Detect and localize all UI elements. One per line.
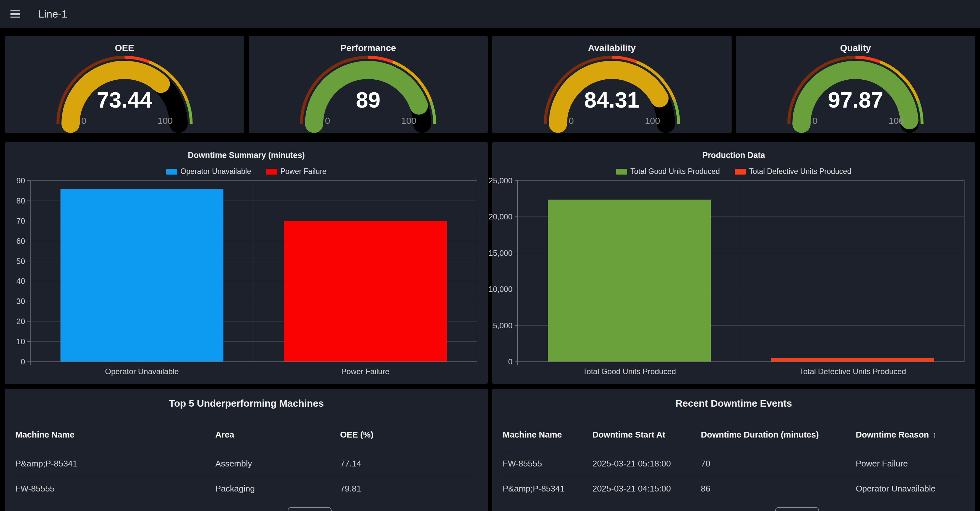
legend-item[interactable]: Power Failure [266,167,326,176]
y-axis-tick-label: 60 [16,236,25,246]
table-header-row: Machine NameAreaOEE (%) [15,430,477,451]
gauge: 73.44 0 100 [53,54,196,135]
dashboard-grid: OEE 73.44 0 100 Performance 89 0 100 Ava… [0,28,980,511]
panel-title: Quality [736,43,975,53]
y-axis-tick-label: 70 [16,216,25,225]
column-header-label: Downtime Duration (minutes) [701,430,819,440]
table-cell: Power Failure [856,459,965,469]
panel-title: Production Data [492,151,975,160]
column-header[interactable]: Downtime Duration (minutes) [701,430,856,440]
legend-swatch-icon [616,169,627,175]
gauge-value: 73.44 [53,87,196,113]
gauge: 89 0 100 [296,54,440,135]
y-axis-tick-label: 90 [16,176,25,185]
category-divider-line [254,181,254,362]
y-axis-tick-label: 10,000 [489,285,512,294]
legend-swatch-icon [166,169,177,175]
y-axis-tick-label: 80 [16,196,25,205]
gauge-value: 97.87 [784,87,927,113]
sort-ascending-icon: ↑ [932,430,936,440]
y-axis-tick-label: 50 [16,257,25,266]
gauge-max-label: 100 [889,116,904,126]
bar-chart-plot: 0102030405060708090Operator UnavailableP… [30,181,477,362]
table-cell: Assembly [215,459,340,469]
table-cell: P&amp;P-85341 [15,459,215,469]
gauge-max-label: 100 [401,116,417,126]
y-axis-line [517,181,518,365]
legend-item[interactable]: Total Defective Units Produced [735,167,851,176]
table-cell: 77.14 [340,459,477,469]
y-axis-tick-label: 30 [16,297,25,306]
column-header[interactable]: OEE (%) [340,430,477,440]
x-axis-category-label: Operator Unavailable [105,367,179,376]
table-cell: Packaging [215,484,340,494]
table-cell: 2025-03-21 05:18:00 [592,459,701,469]
table-cell: 79.81 [340,484,477,494]
table-cell: FW-85555 [15,484,215,494]
charts-row: Downtime Summary (minutes) Operator Unav… [5,142,975,384]
column-header-label: Downtime Start At [592,430,665,440]
bar-chart-plot: 05,00010,00015,00020,00025,000Total Good… [518,181,964,362]
legend-label: Operator Unavailable [180,167,251,176]
dashboard-title: Line-1 [38,8,67,20]
gauge-value: 89 [296,87,440,113]
production-data-chart-panel: Production Data Total Good Units Produce… [492,142,975,384]
recent-downtime-events-table-panel: Recent Downtime Events Machine NameDownt… [492,389,975,511]
gauge-value: 84.31 [540,87,684,113]
column-header[interactable]: Downtime Reason↑ [856,430,965,440]
category-divider-line [477,181,477,362]
gauge-min-label: 0 [812,116,818,126]
table-row: FW-85555Packaging79.81 [15,476,477,501]
downtime-summary-chart-panel: Downtime Summary (minutes) Operator Unav… [5,142,488,384]
column-header[interactable]: Machine Name [15,430,215,440]
bar-1[interactable] [60,189,223,362]
x-axis-baseline [515,362,964,362]
x-axis-baseline [27,362,477,362]
column-header-label: Machine Name [15,430,75,440]
y-axis-tick-label: 20 [16,317,25,326]
y-axis-tick-label: 0 [508,357,512,367]
column-header[interactable]: Downtime Start At [592,430,701,440]
gauge-panel-oee: OEE 73.44 0 100 [5,36,244,133]
legend-item[interactable]: Operator Unavailable [166,167,251,176]
tables-row: Top 5 Underperforming Machines Machine N… [5,389,975,511]
panel-title: Recent Downtime Events [492,398,975,409]
column-header[interactable]: Area [215,430,340,440]
hamburger-menu-icon [10,10,20,18]
menu-toggle-button[interactable] [7,6,24,22]
underperforming-machines-table-panel: Top 5 Underperforming Machines Machine N… [5,389,488,511]
column-header[interactable]: Machine Name [503,430,592,440]
bar-1[interactable] [548,200,710,362]
pagination-button[interactable] [288,507,332,511]
bar-2[interactable] [284,221,446,362]
pagination-button[interactable] [775,507,819,511]
gauge-panel-performance: Performance 89 0 100 [249,36,488,133]
x-axis-category-label: Power Failure [341,367,389,376]
y-axis-tick-label: 10 [16,337,25,346]
table-cell: FW-85555 [503,459,592,469]
gauges-row: OEE 73.44 0 100 Performance 89 0 100 Ava… [5,36,975,133]
legend-swatch-icon [266,169,277,175]
y-axis-tick-label: 0 [21,357,25,367]
category-divider-line [964,181,965,362]
legend-item[interactable]: Total Good Units Produced [616,167,720,176]
x-axis-category-label: Total Defective Units Produced [799,367,906,376]
column-header-label: Area [215,430,234,440]
panel-title: Downtime Summary (minutes) [5,151,488,160]
column-header-label: Downtime Reason [856,430,929,440]
gauge-min-label: 0 [325,116,330,126]
data-table: Machine NameDowntime Start AtDowntime Du… [503,430,965,501]
table-header-row: Machine NameDowntime Start AtDowntime Du… [503,430,965,451]
gauge-min-label: 0 [569,116,574,126]
table-cell: 86 [701,484,856,494]
legend-label: Total Good Units Produced [630,167,720,176]
y-axis-tick-label: 20,000 [489,212,512,221]
y-axis-tick-label: 5,000 [493,321,512,330]
legend-label: Power Failure [280,167,326,176]
x-axis-category-label: Total Good Units Produced [583,367,676,376]
chart-legend: Total Good Units ProducedTotal Defective… [492,167,975,176]
panel-title: Top 5 Underperforming Machines [5,398,488,409]
data-table: Machine NameAreaOEE (%)P&amp;P-85341Asse… [15,430,477,501]
gauge-min-label: 0 [81,116,86,126]
legend-label: Total Defective Units Produced [749,167,851,176]
